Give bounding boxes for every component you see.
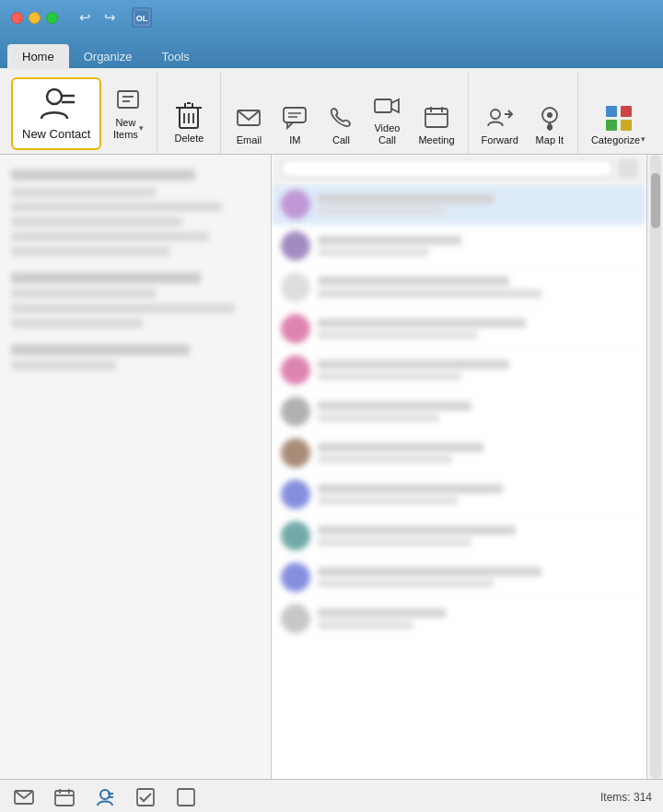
contact-name bbox=[318, 276, 509, 285]
categorize-label: Categorize bbox=[591, 134, 640, 146]
categorize-button[interactable]: Categorize ▾ bbox=[584, 98, 653, 152]
table-row[interactable] bbox=[272, 474, 646, 516]
nav-tasks-button[interactable] bbox=[133, 784, 158, 810]
contact-info bbox=[318, 236, 637, 256]
call-icon bbox=[326, 103, 355, 133]
categorize-icon bbox=[604, 103, 634, 133]
app-icon: OL bbox=[132, 7, 152, 28]
forward-icon bbox=[485, 103, 515, 133]
svg-rect-41 bbox=[178, 789, 194, 806]
contact-list[interactable] bbox=[272, 184, 646, 779]
tab-home[interactable]: Home bbox=[7, 44, 69, 69]
im-label: IM bbox=[289, 134, 300, 146]
contact-detail bbox=[318, 373, 461, 380]
delete-label: Delete bbox=[175, 133, 204, 145]
search-bar bbox=[272, 155, 646, 184]
call-button[interactable]: Call bbox=[319, 98, 363, 152]
forward-button[interactable]: Forward bbox=[474, 98, 526, 152]
table-row[interactable] bbox=[272, 184, 646, 226]
avatar bbox=[281, 480, 310, 509]
communicate-group-items: Email IM bbox=[227, 75, 461, 152]
svg-rect-33 bbox=[55, 791, 74, 806]
svg-rect-20 bbox=[375, 99, 391, 112]
table-row[interactable] bbox=[272, 433, 646, 474]
contact-detail bbox=[318, 289, 541, 298]
video-call-icon bbox=[372, 91, 401, 121]
contact-detail bbox=[318, 621, 413, 629]
contact-detail bbox=[318, 414, 439, 422]
redo-button[interactable]: ↪ bbox=[101, 9, 119, 26]
search-input[interactable] bbox=[281, 159, 613, 178]
avatar bbox=[281, 521, 310, 551]
svg-point-25 bbox=[491, 110, 500, 119]
ribbon-group-delete: Delete bbox=[157, 72, 221, 154]
tab-organize[interactable]: Organize bbox=[69, 44, 147, 69]
contact-info bbox=[318, 526, 637, 546]
table-row[interactable] bbox=[272, 350, 646, 391]
call-label: Call bbox=[332, 134, 350, 146]
title-bar-controls: ↩ ↪ OL bbox=[76, 7, 152, 28]
svg-rect-40 bbox=[137, 789, 154, 806]
contact-name bbox=[318, 319, 526, 328]
table-row[interactable] bbox=[272, 557, 646, 598]
avatar bbox=[281, 355, 310, 385]
contact-list-inner bbox=[272, 184, 646, 640]
contact-name bbox=[318, 609, 446, 618]
nav-mail-button[interactable] bbox=[11, 784, 37, 810]
status-nav bbox=[11, 784, 199, 810]
new-items-button[interactable]: NewItems ▾ bbox=[105, 75, 151, 152]
im-button[interactable]: IM bbox=[273, 98, 317, 152]
table-row[interactable] bbox=[272, 267, 646, 308]
contact-info bbox=[318, 484, 637, 505]
svg-rect-28 bbox=[606, 106, 617, 117]
meeting-label: Meeting bbox=[418, 134, 454, 146]
table-row[interactable] bbox=[272, 598, 646, 640]
svg-point-27 bbox=[547, 112, 552, 118]
contact-detail bbox=[318, 456, 452, 463]
svg-point-2 bbox=[47, 89, 62, 104]
table-row[interactable] bbox=[272, 516, 646, 557]
map-it-button[interactable]: Map It bbox=[528, 98, 572, 152]
minimize-button[interactable] bbox=[29, 12, 41, 24]
main-panel bbox=[272, 155, 646, 779]
delete-button[interactable]: Delete bbox=[163, 94, 215, 152]
meeting-button[interactable]: Meeting bbox=[411, 98, 461, 152]
email-button[interactable]: Email bbox=[227, 98, 271, 152]
contact-name bbox=[318, 194, 494, 203]
undo-button[interactable]: ↩ bbox=[76, 9, 94, 26]
map-it-icon bbox=[535, 103, 564, 133]
contact-name bbox=[318, 360, 509, 369]
nav-calendar-button[interactable] bbox=[52, 784, 77, 810]
tab-tools[interactable]: Tools bbox=[146, 44, 204, 69]
contact-detail bbox=[318, 580, 494, 587]
nav-notes-button[interactable] bbox=[173, 784, 199, 810]
new-contact-icon bbox=[32, 85, 80, 123]
ribbon-group-actions: Forward Map It bbox=[469, 72, 578, 154]
sidebar-content bbox=[0, 155, 271, 383]
avatar bbox=[281, 231, 310, 261]
close-button[interactable] bbox=[11, 12, 23, 24]
contact-detail bbox=[318, 539, 471, 546]
contact-info bbox=[318, 360, 637, 380]
table-row[interactable] bbox=[272, 308, 646, 350]
video-call-button[interactable]: VideoCall bbox=[365, 86, 409, 152]
contact-detail bbox=[318, 207, 446, 215]
ribbon-group-categorize: Categorize ▾ bbox=[578, 72, 658, 154]
table-row[interactable] bbox=[272, 391, 646, 433]
contact-name bbox=[318, 401, 471, 411]
table-row[interactable] bbox=[272, 226, 646, 267]
svg-rect-31 bbox=[621, 120, 632, 131]
contact-info bbox=[318, 609, 637, 629]
avatar bbox=[281, 190, 310, 219]
traffic-lights bbox=[11, 12, 58, 24]
ribbon-group-communicate: Email IM bbox=[221, 72, 468, 154]
scrollbar-thumb[interactable] bbox=[651, 173, 660, 228]
scrollbar-track[interactable] bbox=[650, 155, 661, 779]
avatar bbox=[281, 604, 310, 633]
contact-info bbox=[318, 319, 637, 339]
svg-text:OL: OL bbox=[136, 14, 148, 23]
nav-contacts-button[interactable] bbox=[92, 784, 118, 810]
svg-rect-5 bbox=[118, 91, 138, 108]
new-contact-button[interactable]: New Contact bbox=[11, 77, 101, 150]
maximize-button[interactable] bbox=[46, 12, 58, 24]
